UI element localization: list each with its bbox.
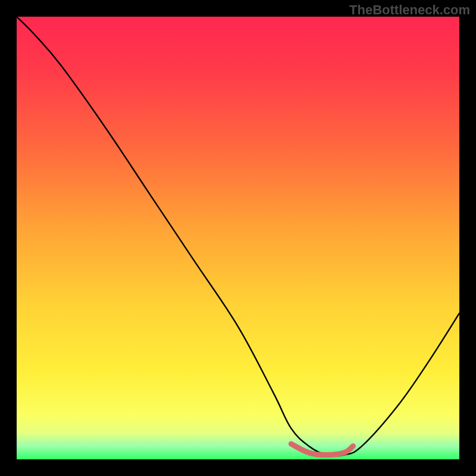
- plot-svg: [17, 17, 459, 459]
- chart-container: TheBottleneck.com: [0, 0, 476, 476]
- gradient-background: [17, 17, 459, 459]
- plot-area: [17, 17, 459, 459]
- watermark-text: TheBottleneck.com: [349, 2, 470, 18]
